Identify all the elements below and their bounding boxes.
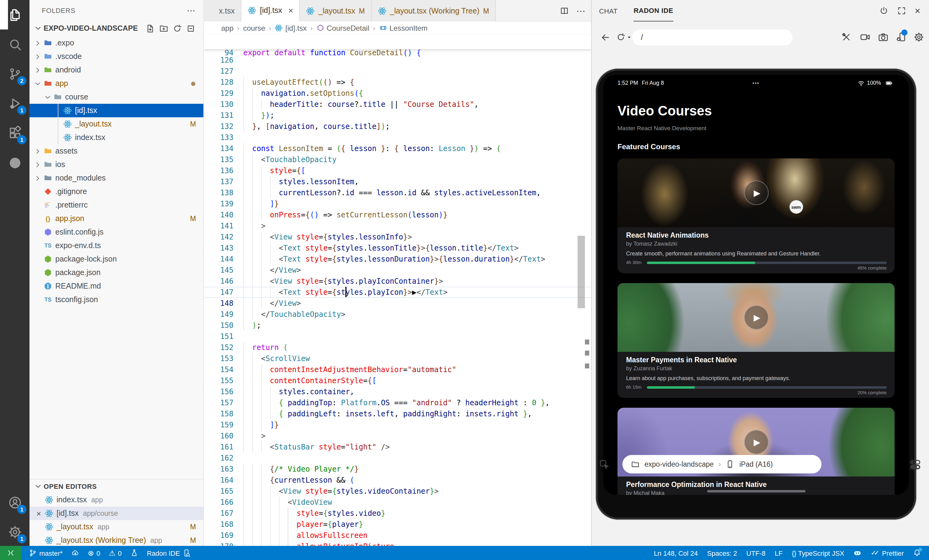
- status-warnings[interactable]: ⚠0: [109, 549, 122, 557]
- refresh-icon[interactable]: [173, 24, 182, 33]
- breadcrumb-LessonItem[interactable]: LessonItem: [379, 24, 428, 32]
- ipad-screen[interactable]: 1:52 PM Fri Aug 8 ••• 100% Video Courses…: [603, 75, 909, 495]
- breadcrumb-course[interactable]: course: [243, 24, 265, 32]
- reload-caret-icon[interactable]: [627, 35, 632, 40]
- screenshot-icon[interactable]: [878, 32, 888, 42]
- status-git-branch[interactable]: master*: [29, 549, 63, 557]
- close-icon[interactable]: ×: [915, 5, 920, 16]
- tree-item-android[interactable]: android: [29, 63, 203, 77]
- new-file-icon[interactable]: [146, 24, 155, 33]
- activity-source-control[interactable]: 2: [0, 59, 29, 89]
- tree-item-tsconfig.json[interactable]: TStsconfig.json: [29, 293, 203, 306]
- tree-item-_layout.tsx[interactable]: _layout.tsx M: [29, 117, 203, 131]
- status-errors[interactable]: ⊗0: [88, 549, 100, 557]
- status-eol[interactable]: LF: [775, 549, 783, 557]
- activity-explorer[interactable]: [0, 0, 29, 29]
- status-notifications[interactable]: [913, 549, 921, 557]
- open-editor-index.tsx[interactable]: index.tsx app: [29, 493, 203, 506]
- status-publish-changes[interactable]: [71, 549, 79, 557]
- url-bar[interactable]: /: [632, 29, 793, 46]
- status-radon-ide[interactable]: Radon IDE: [147, 549, 190, 557]
- tree-item-[id].tsx[interactable]: [id].tsx: [29, 104, 203, 117]
- code-editor[interactable]: 126 127 useLayoutEffect(() => { 128 navi…: [204, 34, 591, 546]
- tree-item-.gitignore[interactable]: .gitignore: [29, 185, 203, 198]
- tree-item-README.md[interactable]: README.md: [29, 279, 203, 293]
- activity-search[interactable]: [0, 29, 29, 59]
- activity-run-debug[interactable]: 1: [0, 89, 29, 118]
- dev-tools-icon[interactable]: [841, 32, 852, 42]
- reload-icon[interactable]: [616, 32, 625, 42]
- activity-account[interactable]: 1: [0, 488, 29, 517]
- power-icon[interactable]: [879, 6, 888, 15]
- tree-item-.vscode[interactable]: .vscode: [29, 50, 203, 63]
- status-cursor-position[interactable]: Ln 148, Col 24: [654, 549, 698, 557]
- code-line-165: 165 <VideoView: [204, 475, 591, 486]
- tree-item-ios[interactable]: ios: [29, 158, 203, 171]
- project-root-row[interactable]: EXPO-VIDEO-LANDSCAPE: [29, 21, 203, 36]
- open-editor-_layout.tsx[interactable]: _layout.tsx app M: [29, 520, 203, 534]
- tree-item-app.json[interactable]: {}app.json M: [29, 212, 203, 225]
- code-line-152: 152 <ScrollView: [204, 331, 591, 342]
- status-prettier[interactable]: ✓✓Prettier: [871, 549, 904, 557]
- open-editors-header[interactable]: OPEN EDITORS: [29, 479, 203, 493]
- device-selector[interactable]: expo-video-landscape › iPad (A16): [622, 455, 822, 473]
- collapse-all-icon[interactable]: [186, 24, 195, 33]
- tree-item-expo-env.d.ts[interactable]: TSexpo-env.d.ts: [29, 239, 203, 252]
- tab-_layout.tsx[interactable]: _layout.tsx M: [300, 0, 372, 21]
- expand-icon[interactable]: [897, 6, 906, 15]
- sticky-scroll-line[interactable]: 94export default function CourseDetail()…: [204, 34, 591, 49]
- course-card[interactable]: ▶ swm React Native Animations by Tomasz …: [618, 158, 895, 273]
- tab-x.tsx[interactable]: x.tsx: [204, 0, 241, 21]
- more-actions-icon[interactable]: ⋯: [576, 5, 586, 16]
- play-button[interactable]: ▶: [744, 305, 768, 330]
- breadcrumb-CourseDetail[interactable]: CourseDetail: [316, 24, 369, 32]
- course-card[interactable]: ▶ Master Payments in React Native by Zuz…: [618, 283, 895, 398]
- course-card[interactable]: ▶ Performance Optimization in React Nati…: [618, 408, 895, 495]
- close-icon[interactable]: ×: [288, 6, 293, 15]
- tree-item-index.tsx[interactable]: index.tsx: [29, 131, 203, 144]
- tree-item-.expo[interactable]: .expo: [29, 36, 203, 50]
- new-folder-icon[interactable]: [159, 24, 169, 33]
- tree-item-eslint.config.js[interactable]: eslint.config.js: [29, 225, 203, 239]
- file-label: app.json: [55, 214, 84, 223]
- react-icon: [63, 106, 72, 115]
- open-editor-_layout.tsx (Working Tree)[interactable]: _layout.tsx (Working Tree) app M: [29, 534, 203, 546]
- course-author: by Zuzanna Furtak: [626, 365, 672, 372]
- play-button[interactable]: ▶: [744, 430, 768, 454]
- tree-item-assets[interactable]: assets: [29, 144, 203, 158]
- remote-indicator[interactable]: [0, 546, 21, 560]
- status-indentation[interactable]: Spaces: 2: [707, 549, 737, 557]
- editor-scrollbar[interactable]: [578, 236, 585, 308]
- breadcrumb[interactable]: app› course› [id].tsx› CourseDetail› Les…: [204, 21, 591, 34]
- activity-github[interactable]: [0, 147, 29, 177]
- status-copilot[interactable]: [854, 549, 862, 557]
- tab-[id].tsx[interactable]: [id].tsx ×: [241, 0, 300, 21]
- course-title: Performance Optimization in React Native: [626, 481, 767, 488]
- close-icon[interactable]: ×: [34, 509, 43, 518]
- tab-radon-ide[interactable]: RADON IDE: [634, 0, 673, 21]
- device-settings-toggles-icon[interactable]: [909, 459, 921, 470]
- split-editor-icon[interactable]: [560, 6, 569, 15]
- tree-item-node_modules[interactable]: node_modules: [29, 171, 203, 185]
- status-language-mode[interactable]: {} TypeScript JSX: [792, 549, 844, 557]
- screen-record-icon[interactable]: [860, 32, 871, 42]
- more-actions-icon[interactable]: ⋯: [187, 6, 196, 15]
- activity-extensions[interactable]: 1: [0, 118, 29, 147]
- tree-item-package.json[interactable]: package.json: [29, 266, 203, 279]
- breadcrumb-[id].tsx[interactable]: [id].tsx: [275, 24, 307, 32]
- open-editor-[id].tsx[interactable]: × [id].tsx app/course: [29, 506, 203, 520]
- tree-item-app[interactable]: app: [29, 77, 203, 90]
- tree-item-package-lock.json[interactable]: package-lock.json: [29, 252, 203, 266]
- settings-gear-icon[interactable]: [914, 32, 924, 42]
- tab-chat[interactable]: CHAT: [599, 0, 618, 21]
- activity-settings[interactable]: 1: [0, 517, 29, 546]
- tab-_layout.tsx (Working Tree)[interactable]: _layout.tsx (Working Tree) M: [371, 0, 496, 21]
- element-inspector-icon[interactable]: [599, 459, 610, 470]
- status-radon-tools[interactable]: [130, 549, 138, 557]
- tree-item-.prettierrc[interactable]: .prettierrc: [29, 198, 203, 212]
- play-button[interactable]: ▶: [744, 181, 768, 205]
- tree-item-course[interactable]: course: [29, 90, 203, 104]
- breadcrumb-app[interactable]: app: [221, 24, 233, 32]
- status-encoding[interactable]: UTF-8: [746, 549, 765, 557]
- back-icon[interactable]: [600, 32, 610, 42]
